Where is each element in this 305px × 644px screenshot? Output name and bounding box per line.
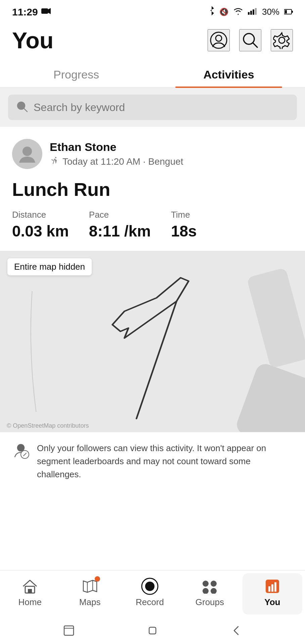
camera-icon <box>41 7 51 17</box>
search-bar <box>8 95 297 120</box>
svg-rect-37 <box>149 627 156 634</box>
status-right: 🔇 30% <box>209 6 293 18</box>
nav-groups[interactable]: Groups <box>180 571 239 617</box>
bottom-nav: Home Maps Record <box>0 570 305 617</box>
user-info: Ethan Stone Today at 11:20 AM · Benguet <box>50 141 183 167</box>
nav-maps-label: Maps <box>79 597 101 607</box>
nav-maps[interactable]: Maps <box>60 571 120 617</box>
svg-marker-1 <box>48 8 51 14</box>
svg-point-29 <box>203 588 209 594</box>
nav-record-label: Record <box>136 597 164 607</box>
status-bar: 11:29 🔇 <box>0 0 305 21</box>
search-bar-wrap <box>0 88 305 127</box>
nav-you-label: You <box>264 597 280 607</box>
map-hidden-badge: Entire map hidden <box>7 258 92 275</box>
svg-rect-22 <box>28 589 32 593</box>
privacy-notice: Only your followers can view this activi… <box>0 432 305 490</box>
activity-card: Ethan Stone Today at 11:20 AM · Benguet … <box>0 127 305 240</box>
svg-rect-7 <box>285 10 287 13</box>
activity-user: Ethan Stone Today at 11:20 AM · Benguet <box>12 139 293 169</box>
activity-stats: Distance 0.03 km Pace 8:11 /km Time 18s <box>12 210 293 240</box>
svg-rect-0 <box>41 8 48 14</box>
svg-point-30 <box>211 588 217 594</box>
nav-groups-label: Groups <box>195 597 224 607</box>
back-button[interactable] <box>229 623 244 638</box>
record-icon <box>141 578 159 595</box>
top-header: You <box>0 21 305 61</box>
user-name: Ethan Stone <box>50 141 183 154</box>
system-nav <box>0 617 305 644</box>
battery-icon <box>284 7 293 17</box>
stat-pace: Pace 8:11 /km <box>89 210 151 240</box>
nav-record[interactable]: Record <box>120 571 180 617</box>
stat-time: Time 18s <box>171 210 197 240</box>
nav-home-label: Home <box>18 597 42 607</box>
svg-rect-35 <box>64 626 74 635</box>
battery-text: 30% <box>262 7 279 17</box>
svg-point-27 <box>203 581 209 587</box>
tab-activities[interactable]: Activities <box>152 61 305 87</box>
svg-rect-33 <box>271 584 273 592</box>
groups-icon <box>201 578 218 595</box>
settings-button[interactable] <box>271 29 293 51</box>
svg-line-12 <box>253 43 257 47</box>
nav-home[interactable]: Home <box>0 571 60 617</box>
run-icon <box>50 156 59 167</box>
home-sys-button[interactable] <box>145 623 160 638</box>
svg-point-28 <box>211 581 217 587</box>
header-icons <box>208 29 293 51</box>
activity-title: Lunch Run <box>12 178 293 200</box>
user-meta: Today at 11:20 AM · Benguet <box>50 156 183 167</box>
svg-point-10 <box>216 35 222 41</box>
wifi-icon <box>233 7 243 17</box>
status-time: 11:29 <box>12 6 38 18</box>
svg-rect-32 <box>268 586 270 592</box>
home-icon <box>21 578 39 595</box>
svg-rect-2 <box>248 12 250 15</box>
privacy-text: Only your followers can view this activi… <box>37 442 293 481</box>
svg-point-26 <box>145 582 155 591</box>
svg-rect-34 <box>274 582 276 592</box>
privacy-icon <box>12 442 30 461</box>
mute-icon: 🔇 <box>219 8 228 16</box>
signal-icon <box>248 7 257 17</box>
svg-point-13 <box>279 37 285 43</box>
recent-button[interactable] <box>61 623 76 638</box>
maps-icon <box>81 578 99 595</box>
page-title: You <box>12 27 53 53</box>
svg-rect-8 <box>292 11 293 13</box>
profile-button[interactable] <box>208 29 230 51</box>
map-area[interactable]: Entire map hidden © OpenStreetMap contri… <box>0 251 305 432</box>
svg-point-16 <box>23 147 32 156</box>
bluetooth-icon <box>209 6 215 18</box>
svg-rect-4 <box>253 9 254 15</box>
stat-distance: Distance 0.03 km <box>12 210 69 240</box>
search-bar-icon <box>16 101 28 114</box>
tab-progress[interactable]: Progress <box>0 61 152 87</box>
svg-rect-5 <box>255 8 257 15</box>
search-button[interactable] <box>239 29 261 51</box>
status-left: 11:29 <box>12 6 51 18</box>
nav-you[interactable]: You <box>243 573 302 614</box>
you-icon <box>264 578 281 595</box>
svg-line-15 <box>24 108 27 112</box>
avatar <box>12 139 42 169</box>
tabs: Progress Activities <box>0 61 305 88</box>
svg-point-17 <box>17 444 24 451</box>
search-input[interactable] <box>34 101 289 114</box>
svg-rect-3 <box>250 11 252 15</box>
